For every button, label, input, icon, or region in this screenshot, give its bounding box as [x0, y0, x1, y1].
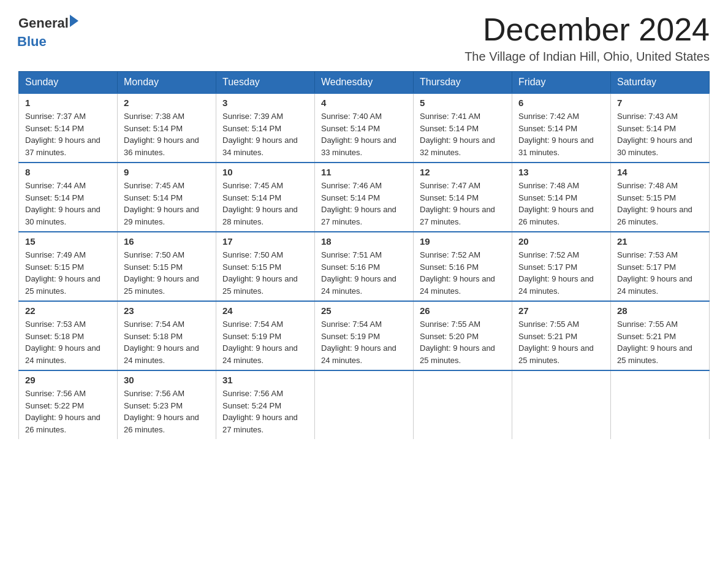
day-number: 22 [25, 305, 111, 316]
day-info: Sunrise: 7:52 AMSunset: 5:17 PMDaylight:… [518, 249, 604, 297]
day-number: 8 [25, 167, 111, 177]
day-header-monday: Monday [118, 72, 216, 94]
day-header-thursday: Thursday [414, 72, 512, 94]
day-info: Sunrise: 7:43 AMSunset: 5:14 PMDaylight:… [617, 110, 703, 158]
calendar-cell: 3Sunrise: 7:39 AMSunset: 5:14 PMDaylight… [216, 93, 315, 163]
week-row-2: 8Sunrise: 7:44 AMSunset: 5:14 PMDaylight… [19, 163, 710, 232]
day-info: Sunrise: 7:47 AMSunset: 5:14 PMDaylight:… [420, 180, 506, 228]
day-number: 6 [518, 98, 604, 108]
calendar-cell: 28Sunrise: 7:55 AMSunset: 5:21 PMDayligh… [611, 301, 710, 370]
day-number: 27 [518, 305, 604, 316]
day-number: 15 [25, 236, 111, 247]
day-number: 5 [420, 98, 506, 108]
day-number: 16 [124, 236, 210, 247]
day-info: Sunrise: 7:56 AMSunset: 5:23 PMDaylight:… [124, 388, 210, 435]
day-number: 10 [222, 167, 308, 177]
calendar-cell: 27Sunrise: 7:55 AMSunset: 5:21 PMDayligh… [512, 301, 611, 370]
day-number: 25 [321, 305, 407, 316]
calendar-cell: 2Sunrise: 7:38 AMSunset: 5:14 PMDaylight… [118, 93, 216, 163]
calendar-cell: 17Sunrise: 7:50 AMSunset: 5:15 PMDayligh… [216, 232, 315, 301]
day-number: 3 [222, 98, 308, 108]
day-info: Sunrise: 7:45 AMSunset: 5:14 PMDaylight:… [222, 180, 308, 228]
calendar-cell: 24Sunrise: 7:54 AMSunset: 5:19 PMDayligh… [216, 301, 315, 370]
day-number: 30 [124, 375, 210, 385]
day-number: 9 [124, 167, 210, 177]
day-info: Sunrise: 7:39 AMSunset: 5:14 PMDaylight:… [222, 110, 308, 158]
calendar-cell [611, 370, 710, 439]
day-header-friday: Friday [512, 72, 611, 94]
calendar-header: SundayMondayTuesdayWednesdayThursdayFrid… [19, 72, 710, 94]
day-headers-row: SundayMondayTuesdayWednesdayThursdayFrid… [19, 72, 710, 94]
day-number: 20 [518, 236, 604, 247]
day-header-wednesday: Wednesday [315, 72, 414, 94]
day-info: Sunrise: 7:56 AMSunset: 5:22 PMDaylight:… [25, 388, 111, 435]
day-info: Sunrise: 7:55 AMSunset: 5:21 PMDaylight:… [617, 318, 703, 366]
calendar-cell: 23Sunrise: 7:54 AMSunset: 5:18 PMDayligh… [118, 301, 216, 370]
logo-general-text: General [18, 15, 69, 31]
day-number: 2 [124, 98, 210, 108]
calendar-cell: 29Sunrise: 7:56 AMSunset: 5:22 PMDayligh… [19, 370, 118, 439]
calendar-cell: 11Sunrise: 7:46 AMSunset: 5:14 PMDayligh… [315, 163, 414, 232]
calendar-cell: 16Sunrise: 7:50 AMSunset: 5:15 PMDayligh… [118, 232, 216, 301]
calendar-cell: 21Sunrise: 7:53 AMSunset: 5:17 PMDayligh… [611, 232, 710, 301]
day-number: 31 [222, 375, 308, 385]
logo-arrow-icon [70, 15, 78, 27]
day-info: Sunrise: 7:48 AMSunset: 5:15 PMDaylight:… [617, 180, 703, 228]
calendar-cell: 12Sunrise: 7:47 AMSunset: 5:14 PMDayligh… [414, 163, 512, 232]
calendar-cell: 20Sunrise: 7:52 AMSunset: 5:17 PMDayligh… [512, 232, 611, 301]
day-info: Sunrise: 7:51 AMSunset: 5:16 PMDaylight:… [321, 249, 407, 297]
calendar-body: 1Sunrise: 7:37 AMSunset: 5:14 PMDaylight… [19, 93, 710, 439]
week-row-5: 29Sunrise: 7:56 AMSunset: 5:22 PMDayligh… [19, 370, 710, 439]
calendar-cell [315, 370, 414, 439]
day-info: Sunrise: 7:53 AMSunset: 5:17 PMDaylight:… [617, 249, 703, 297]
day-number: 29 [25, 375, 111, 385]
week-row-3: 15Sunrise: 7:49 AMSunset: 5:15 PMDayligh… [19, 232, 710, 301]
day-info: Sunrise: 7:38 AMSunset: 5:14 PMDaylight:… [124, 110, 210, 158]
day-info: Sunrise: 7:37 AMSunset: 5:14 PMDaylight:… [25, 110, 111, 158]
day-info: Sunrise: 7:56 AMSunset: 5:24 PMDaylight:… [222, 388, 308, 435]
calendar-cell: 31Sunrise: 7:56 AMSunset: 5:24 PMDayligh… [216, 370, 315, 439]
day-number: 23 [124, 305, 210, 316]
day-number: 26 [420, 305, 506, 316]
day-info: Sunrise: 7:40 AMSunset: 5:14 PMDaylight:… [321, 110, 407, 158]
day-number: 11 [321, 167, 407, 177]
calendar-cell: 4Sunrise: 7:40 AMSunset: 5:14 PMDaylight… [315, 93, 414, 163]
day-info: Sunrise: 7:42 AMSunset: 5:14 PMDaylight:… [518, 110, 604, 158]
day-header-tuesday: Tuesday [216, 72, 315, 94]
day-number: 13 [518, 167, 604, 177]
calendar-cell: 26Sunrise: 7:55 AMSunset: 5:20 PMDayligh… [414, 301, 512, 370]
day-number: 7 [617, 98, 703, 108]
calendar-cell: 22Sunrise: 7:53 AMSunset: 5:18 PMDayligh… [19, 301, 118, 370]
day-number: 28 [617, 305, 703, 316]
calendar-table: SundayMondayTuesdayWednesdayThursdayFrid… [18, 71, 710, 439]
day-header-saturday: Saturday [611, 72, 710, 94]
location-subtitle: The Village of Indian Hill, Ohio, United… [464, 50, 710, 64]
calendar-cell: 15Sunrise: 7:49 AMSunset: 5:15 PMDayligh… [19, 232, 118, 301]
day-info: Sunrise: 7:54 AMSunset: 5:19 PMDaylight:… [321, 318, 407, 366]
day-number: 12 [420, 167, 506, 177]
day-info: Sunrise: 7:48 AMSunset: 5:14 PMDaylight:… [518, 180, 604, 228]
week-row-4: 22Sunrise: 7:53 AMSunset: 5:18 PMDayligh… [19, 301, 710, 370]
day-info: Sunrise: 7:45 AMSunset: 5:14 PMDaylight:… [124, 180, 210, 228]
logo-blue-text: Blue [17, 34, 78, 50]
calendar-cell: 25Sunrise: 7:54 AMSunset: 5:19 PMDayligh… [315, 301, 414, 370]
calendar-cell: 7Sunrise: 7:43 AMSunset: 5:14 PMDaylight… [611, 93, 710, 163]
day-info: Sunrise: 7:54 AMSunset: 5:18 PMDaylight:… [124, 318, 210, 366]
day-number: 21 [617, 236, 703, 247]
calendar-cell: 19Sunrise: 7:52 AMSunset: 5:16 PMDayligh… [414, 232, 512, 301]
calendar-cell: 8Sunrise: 7:44 AMSunset: 5:14 PMDaylight… [19, 163, 118, 232]
page-header: General Blue December 2024 The Village o… [18, 12, 710, 64]
calendar-cell: 30Sunrise: 7:56 AMSunset: 5:23 PMDayligh… [118, 370, 216, 439]
week-row-1: 1Sunrise: 7:37 AMSunset: 5:14 PMDaylight… [19, 93, 710, 163]
day-number: 19 [420, 236, 506, 247]
day-info: Sunrise: 7:50 AMSunset: 5:15 PMDaylight:… [222, 249, 308, 297]
day-info: Sunrise: 7:49 AMSunset: 5:15 PMDaylight:… [25, 249, 111, 297]
day-info: Sunrise: 7:46 AMSunset: 5:14 PMDaylight:… [321, 180, 407, 228]
calendar-cell [414, 370, 512, 439]
day-number: 14 [617, 167, 703, 177]
day-info: Sunrise: 7:55 AMSunset: 5:21 PMDaylight:… [518, 318, 604, 366]
day-info: Sunrise: 7:41 AMSunset: 5:14 PMDaylight:… [420, 110, 506, 158]
calendar-cell: 14Sunrise: 7:48 AMSunset: 5:15 PMDayligh… [611, 163, 710, 232]
day-info: Sunrise: 7:55 AMSunset: 5:20 PMDaylight:… [420, 318, 506, 366]
day-info: Sunrise: 7:50 AMSunset: 5:15 PMDaylight:… [124, 249, 210, 297]
